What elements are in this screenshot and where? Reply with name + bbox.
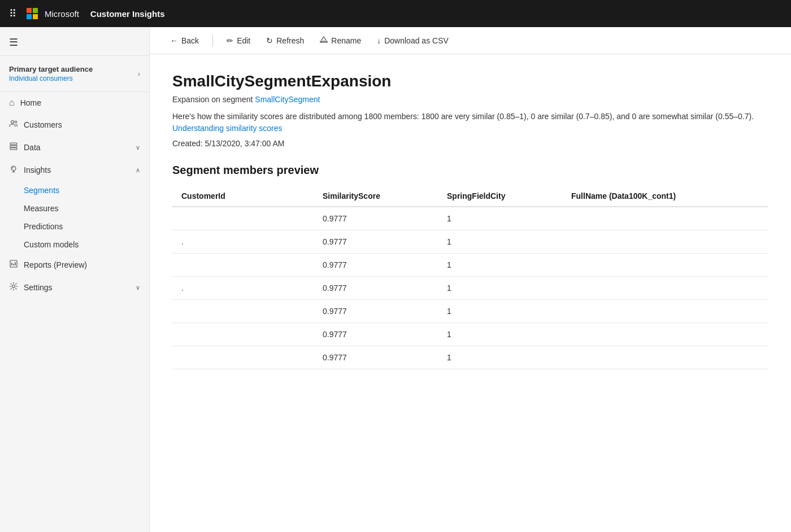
toolbar: ← Back ✏ Edit ↻ Refresh Rename bbox=[150, 27, 791, 54]
svg-rect-2 bbox=[10, 143, 17, 145]
cell-similarity: 0.9777 bbox=[314, 207, 438, 230]
sidebar-item-predictions-label: Predictions bbox=[24, 222, 63, 231]
svg-point-0 bbox=[11, 121, 14, 124]
apps-icon[interactable]: ⠿ bbox=[9, 7, 18, 20]
cell-springfield: 1 bbox=[438, 277, 562, 300]
cell-customerid bbox=[172, 346, 314, 369]
microsoft-text: Microsoft bbox=[45, 9, 79, 19]
svg-rect-4 bbox=[10, 148, 17, 150]
svg-rect-3 bbox=[10, 146, 17, 147]
table-row: 0.9777 1 bbox=[172, 207, 768, 230]
cell-fullname bbox=[562, 300, 768, 323]
sidebar-item-measures-label: Measures bbox=[24, 204, 58, 213]
segment-members-table: CustomerId SimilarityScore SpringFieldCi… bbox=[172, 186, 768, 369]
table-row: 0.9777 1 bbox=[172, 254, 768, 277]
sidebar-item-segments-label: Segments bbox=[24, 186, 59, 195]
svg-point-1 bbox=[15, 121, 17, 123]
segment-title: SmallCitySegmentExpansion bbox=[172, 72, 768, 90]
sidebar-item-settings-label: Settings bbox=[24, 283, 53, 292]
col-header-customerid: CustomerId bbox=[172, 186, 314, 207]
sidebar-item-predictions[interactable]: Predictions bbox=[0, 217, 149, 236]
cell-fullname bbox=[562, 277, 768, 300]
content-area: ← Back ✏ Edit ↻ Refresh Rename bbox=[150, 27, 791, 532]
back-icon: ← bbox=[170, 36, 178, 45]
download-button[interactable]: ↓ Download as CSV bbox=[370, 33, 455, 49]
cell-customerid bbox=[172, 254, 314, 277]
sidebar-item-home[interactable]: ⌂ Home bbox=[0, 92, 149, 114]
main-layout: ☰ Primary target audience Individual con… bbox=[0, 27, 791, 532]
cell-fullname bbox=[562, 230, 768, 254]
svg-point-5 bbox=[11, 166, 16, 171]
sidebar-item-settings[interactable]: Settings ∨ bbox=[0, 276, 149, 299]
download-icon: ↓ bbox=[377, 36, 381, 45]
sidebar-item-data[interactable]: Data ∨ bbox=[0, 136, 149, 159]
rename-label: Rename bbox=[331, 36, 361, 45]
segment-subtitle-link[interactable]: SmallCitySegment bbox=[255, 95, 320, 104]
segment-subtitle: Expansion on segment SmallCitySegment bbox=[172, 95, 768, 104]
app-title: Customer Insights bbox=[90, 9, 165, 19]
hamburger-icon[interactable]: ☰ bbox=[9, 36, 18, 49]
col-header-similarity: SimilarityScore bbox=[314, 186, 438, 207]
col-header-springfield: SpringFieldCity bbox=[438, 186, 562, 207]
cell-customerid: . bbox=[172, 277, 314, 300]
rename-icon bbox=[320, 36, 328, 45]
cell-springfield: 1 bbox=[438, 323, 562, 346]
home-icon: ⌂ bbox=[9, 98, 15, 108]
preview-title: Segment members preview bbox=[172, 164, 768, 177]
table-row: 0.9777 1 bbox=[172, 300, 768, 323]
download-label: Download as CSV bbox=[384, 36, 449, 45]
edit-button[interactable]: ✏ Edit bbox=[220, 33, 257, 49]
customers-icon bbox=[9, 119, 18, 130]
svg-rect-13 bbox=[320, 41, 327, 42]
segment-description: Here's how the similarity scores are dis… bbox=[172, 111, 768, 134]
sidebar-item-data-label: Data bbox=[24, 143, 41, 152]
cell-springfield: 1 bbox=[438, 230, 562, 254]
cell-similarity: 0.9777 bbox=[314, 254, 438, 277]
cell-springfield: 1 bbox=[438, 346, 562, 369]
settings-icon bbox=[9, 282, 18, 293]
cell-fullname bbox=[562, 346, 768, 369]
sidebar-item-insights[interactable]: Insights ∧ bbox=[0, 159, 149, 181]
cell-customerid: . bbox=[172, 230, 314, 254]
reports-icon bbox=[9, 259, 18, 271]
sidebar-item-custom-models[interactable]: Custom models bbox=[0, 236, 149, 254]
refresh-icon: ↻ bbox=[266, 36, 273, 45]
col-header-fullname: FullName (Data100K_cont1) bbox=[562, 186, 768, 207]
table-row: . 0.9777 1 bbox=[172, 277, 768, 300]
sidebar-item-customers-label: Customers bbox=[24, 120, 62, 129]
cell-similarity: 0.9777 bbox=[314, 230, 438, 254]
cell-similarity: 0.9777 bbox=[314, 277, 438, 300]
insights-chevron-icon: ∧ bbox=[136, 167, 140, 174]
refresh-label: Refresh bbox=[276, 36, 304, 45]
sidebar-item-segments[interactable]: Segments bbox=[0, 181, 149, 199]
segment-subtitle-prefix: Expansion on segment bbox=[172, 95, 255, 104]
segment-description-text: Here's how the similarity scores are dis… bbox=[172, 112, 754, 121]
audience-section[interactable]: Primary target audience Individual consu… bbox=[0, 56, 149, 92]
cell-springfield: 1 bbox=[438, 300, 562, 323]
sidebar-item-reports[interactable]: Reports (Preview) bbox=[0, 254, 149, 276]
page-content: SmallCitySegmentExpansion Expansion on s… bbox=[150, 54, 791, 532]
top-nav-bar: ⠿ Microsoft Customer Insights bbox=[0, 0, 791, 27]
rename-button[interactable]: Rename bbox=[313, 32, 368, 49]
understanding-similarity-link[interactable]: Understanding similarity scores bbox=[172, 124, 282, 133]
data-chevron-icon: ∨ bbox=[136, 144, 140, 151]
audience-sub-label: Individual consumers bbox=[9, 75, 93, 82]
edit-label: Edit bbox=[237, 36, 250, 45]
cell-similarity: 0.9777 bbox=[314, 323, 438, 346]
table-row: . 0.9777 1 bbox=[172, 230, 768, 254]
refresh-button[interactable]: ↻ Refresh bbox=[259, 33, 311, 49]
cell-fullname bbox=[562, 323, 768, 346]
back-button[interactable]: ← Back bbox=[163, 33, 206, 49]
cell-customerid bbox=[172, 300, 314, 323]
table-row: 0.9777 1 bbox=[172, 323, 768, 346]
data-icon bbox=[9, 142, 18, 153]
edit-icon: ✏ bbox=[227, 36, 233, 45]
cell-springfield: 1 bbox=[438, 254, 562, 277]
audience-chevron-icon: › bbox=[138, 70, 140, 78]
cell-springfield: 1 bbox=[438, 207, 562, 230]
svg-point-12 bbox=[12, 285, 15, 288]
sidebar-item-measures[interactable]: Measures bbox=[0, 199, 149, 217]
sidebar-item-home-label: Home bbox=[20, 98, 41, 107]
back-label: Back bbox=[181, 36, 199, 45]
sidebar-item-customers[interactable]: Customers bbox=[0, 114, 149, 136]
